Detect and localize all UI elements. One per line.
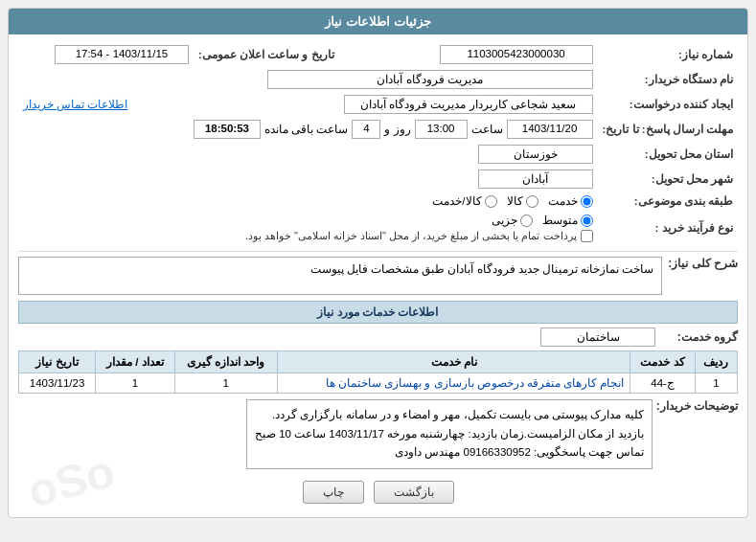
- deadline-day-label: روز و: [384, 123, 410, 136]
- process-option-motovaset[interactable]: متوسط: [542, 214, 593, 227]
- divider-1: [18, 251, 738, 252]
- category-radio-kala-khidmat[interactable]: [485, 195, 497, 208]
- deadline-remaining: 18:50:53: [194, 120, 261, 139]
- button-row: بازگشت چاپ: [18, 481, 738, 509]
- category-label-khidmat: خدمت: [548, 194, 578, 208]
- buyer-notes-label: توضیحات خریدار:: [656, 399, 738, 413]
- buyer-notes-content: کلیه مدارک پیوستی می بایست تکمیل، مهر و …: [246, 399, 653, 469]
- group-label: گروه خدمت:: [661, 330, 738, 344]
- print-button[interactable]: چاپ: [303, 481, 364, 504]
- deadline-date: 1403/11/20: [507, 120, 593, 139]
- card-header: جزئیات اطلاعات نیاز: [9, 9, 747, 34]
- process-label-jozii: جزیی: [492, 214, 517, 227]
- main-card: جزئیات اطلاعات نیاز شماره نیاز: 11030054…: [8, 8, 748, 518]
- services-table: ردیف کد خدمت نام خدمت واحد اندازه گیری ت…: [18, 350, 738, 394]
- category-option-kala-khidmat[interactable]: کالا/خدمت: [432, 194, 496, 208]
- buyer-notes-row: توضیحات خریدار: کلیه مدارک پیوستی می بای…: [18, 399, 738, 475]
- cell-name: انجام کارهای متفرقه درخصوص بازسازی و بهس…: [277, 373, 630, 394]
- esnad-checkbox[interactable]: [581, 230, 593, 242]
- announce-date-value: 1403/11/15 - 17:54: [55, 45, 189, 64]
- page-title: جزئیات اطلاعات نیاز: [325, 14, 430, 29]
- need-description-label: شرح کلی نیاز:: [668, 257, 738, 270]
- cell-code: ج-44: [630, 373, 695, 394]
- services-section-title: اطلاعات خدمات مورد نیاز: [18, 301, 738, 324]
- need-number-value: 1103005423000030: [440, 45, 593, 64]
- creator-value: سعید شجاعی کاربردار مدیریت فرودگاه آبادا…: [344, 95, 593, 114]
- province-value: خوزستان: [478, 145, 593, 164]
- col-row: ردیف: [695, 351, 737, 373]
- col-date: تاریخ نیاز: [19, 351, 96, 373]
- col-qty: تعداد / مقدار: [96, 351, 174, 373]
- group-value: ساختمان: [540, 327, 655, 347]
- cell-unit: 1: [174, 373, 277, 394]
- table-row: 1 ج-44 انجام کارهای متفرقه درخصوص بازساز…: [19, 373, 738, 394]
- col-code: کد خدمت: [630, 351, 695, 373]
- process-label-motovaset: متوسط: [542, 214, 578, 227]
- card-body: شماره نیاز: 1103005423000030 تاریخ و ساع…: [9, 34, 747, 517]
- col-unit: واحد اندازه گیری: [174, 351, 277, 373]
- info-table-top: شماره نیاز: 1103005423000030 تاریخ و ساع…: [18, 42, 738, 245]
- back-button[interactable]: بازگشت: [374, 481, 454, 504]
- category-option-kala[interactable]: کالا: [507, 194, 538, 208]
- process-radio-jozii[interactable]: [520, 215, 533, 227]
- deadline-label: مهلت ارسال پاسخ: تا تاریخ:: [598, 117, 738, 142]
- buyer-notes-line1: کلیه مدارک پیوستی می بایست تکمیل، مهر و …: [255, 406, 644, 425]
- need-description-value: ساخت نمازخانه ترمینال جدید فرودگاه آبادا…: [18, 257, 662, 295]
- cell-qty: 1: [96, 373, 174, 394]
- buyer-notes-line2: بازدید از مکان الزامیست.زمان بازدید: چها…: [255, 425, 644, 444]
- deadline-remaining-label: ساعت باقی مانده: [264, 123, 348, 136]
- category-label-kala: کالا: [507, 194, 523, 208]
- category-label-kala-khidmat: کالا/خدمت: [432, 194, 481, 208]
- group-service-row: گروه خدمت: ساختمان: [18, 327, 738, 347]
- process-radio-group: متوسط جزیی: [23, 214, 593, 227]
- process-type-label: نوع فرآیند خرید :: [598, 211, 738, 245]
- process-note: پرداخت تمام یا بخشی از مبلغ خرید، از محل…: [245, 230, 577, 242]
- contact-link[interactable]: اطلاعات تماس خریدار: [23, 99, 127, 110]
- province-label: استان محل تحویل:: [598, 142, 738, 167]
- city-label: شهر محل تحویل:: [598, 167, 738, 192]
- city-value: آبادان: [478, 169, 593, 189]
- process-option-jozii[interactable]: جزیی: [492, 214, 533, 227]
- buyer-notes-line3: تماس جهت پاسخگویی: 09166330952 مهندس داو…: [255, 443, 644, 463]
- announce-date-label: تاریخ و ساعت اعلان عمومی:: [194, 42, 339, 67]
- category-radio-khidmat[interactable]: [581, 195, 593, 208]
- cell-date: 1403/11/23: [19, 373, 96, 394]
- deadline-time-label: ساعت: [471, 123, 503, 136]
- buyer-org-label: نام دستگاه خریدار:: [598, 67, 738, 92]
- buyer-org-value: مدیریت فرودگاه آبادان: [267, 70, 593, 89]
- category-radio-group: خدمت کالا کالا/خدمت: [23, 194, 593, 208]
- deadline-time: 13:00: [415, 120, 468, 139]
- process-radio-motovaset[interactable]: [581, 215, 593, 227]
- category-radio-kala[interactable]: [526, 195, 538, 208]
- need-description-row: شرح کلی نیاز: ساخت نمازخانه ترمینال جدید…: [18, 257, 738, 295]
- category-label: طبقه بندی موضوعی:: [598, 192, 738, 211]
- page-container: جزئیات اطلاعات نیاز شماره نیاز: 11030054…: [0, 0, 756, 526]
- creator-label: ایجاد کننده درخواست:: [598, 92, 738, 117]
- category-option-khidmat[interactable]: خدمت: [548, 194, 593, 208]
- cell-row: 1: [695, 373, 737, 394]
- col-name: نام خدمت: [277, 351, 630, 373]
- need-number-label: شماره نیاز:: [598, 42, 738, 67]
- deadline-days: 4: [352, 120, 380, 139]
